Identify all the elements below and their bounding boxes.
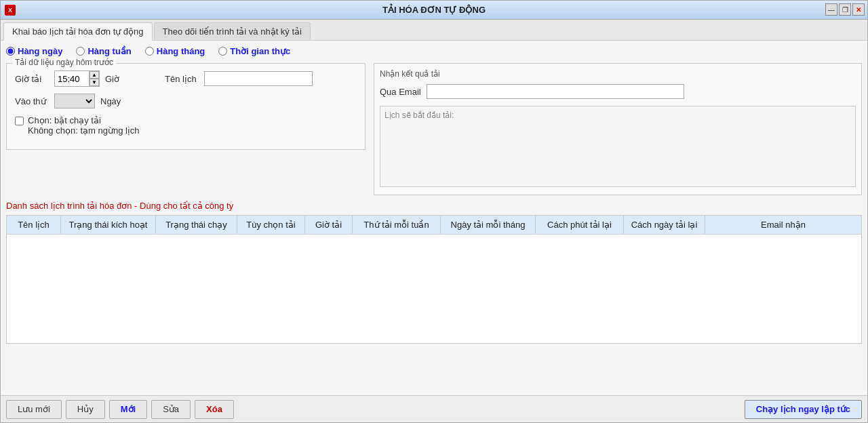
checkbox-description: Chọn: bật chạy tải Không chọn: tạm ngừng… <box>28 115 140 136</box>
email-row: Qua Email <box>380 84 856 99</box>
radio-hang-ngay[interactable]: Hàng ngày <box>6 46 62 56</box>
th-cach-ngay-tai-lai: Cách ngày tải lại <box>624 216 705 234</box>
activate-checkbox-wrap: Chọn: bật chạy tải Không chọn: tạm ngừng… <box>15 115 140 136</box>
th-cach-phut-tai-lai: Cách phút tải lại <box>536 216 624 234</box>
footer: Lưu mới Hủy Mới Sửa Xóa Chạy lịch ngay l… <box>1 395 867 422</box>
schedule-table: Tên lịch Trạng thái kích hoạt Trạng thái… <box>6 215 862 344</box>
section-title: Tải dữ liệu ngày hôm trước <box>12 58 116 67</box>
window-title: TẢI HÓA ĐƠN TỰ ĐỘNG <box>382 5 486 15</box>
vao-thu-label: Vào thứ <box>15 96 49 106</box>
gio-unit-label: Giờ <box>105 74 139 84</box>
minimize-button[interactable]: — <box>825 3 837 16</box>
th-thu-tai-moi-tuan: Thứ tải mỗi tuần <box>353 216 441 234</box>
form-layout: Tải dữ liệu ngày hôm trước Giờ tải ▲ ▼ G… <box>6 63 862 195</box>
checkbox-row: Chọn: bật chạy tải Không chọn: tạm ngừng… <box>15 115 357 136</box>
th-ten-lich: Tên lịch <box>7 216 61 234</box>
luu-moi-button[interactable]: Lưu mới <box>6 400 62 419</box>
th-gio-tai: Giờ tải <box>305 216 353 234</box>
vao-thu-select[interactable]: 2 3 4 5 6 7 <box>54 94 95 108</box>
footer-right-buttons: Chạy lịch ngay lập tức <box>745 400 862 419</box>
chay-lich-button[interactable]: Chạy lịch ngay lập tức <box>745 400 862 419</box>
th-trang-thai-kich-hoat: Trạng thái kích hoạt <box>61 216 156 234</box>
frequency-radio-group: Hàng ngày Hàng tuần Hàng tháng Thời gian… <box>6 46 862 56</box>
danh-sach-title: Danh sách lịch trình tải hóa đơn - Dùng … <box>6 201 862 211</box>
table-body <box>7 235 861 343</box>
email-input[interactable] <box>427 84 684 99</box>
right-column: Nhận kết quả tải Qua Email Lịch sẽ bắt đ… <box>374 63 862 195</box>
time-up-button[interactable]: ▲ <box>90 71 99 79</box>
result-panel-title: Nhận kết quả tải <box>380 69 856 79</box>
xoa-button[interactable]: Xóa <box>195 400 234 419</box>
ngay-label: Ngày <box>100 96 134 106</box>
activate-checkbox[interactable] <box>15 117 24 125</box>
gio-tai-row: Giờ tải ▲ ▼ Giờ Tên lịch <box>15 70 357 87</box>
moi-button[interactable]: Mới <box>109 400 147 419</box>
th-trang-thai-chay: Trạng thái chạy <box>156 216 237 234</box>
section-tai-du-lieu: Tải dữ liệu ngày hôm trước Giờ tải ▲ ▼ G… <box>6 63 366 150</box>
gio-tai-input[interactable] <box>55 71 89 86</box>
title-bar-controls: — ❐ ✕ <box>825 3 865 16</box>
th-ngay-tai-moi-thang: Ngày tải mỗi tháng <box>441 216 536 234</box>
result-panel: Nhận kết quả tải Qua Email Lịch sẽ bắt đ… <box>374 63 862 195</box>
radio-hang-tuan[interactable]: Hàng tuần <box>76 46 131 56</box>
tab-theo-doi[interactable]: Theo dõi tiến trình tải và nhật ký tải <box>154 22 311 40</box>
sua-button[interactable]: Sửa <box>151 400 191 419</box>
danh-sach-section: Danh sách lịch trình tải hóa đơn - Dùng … <box>6 201 862 344</box>
time-down-button[interactable]: ▼ <box>90 79 99 86</box>
radio-thoi-gian-thuc[interactable]: Thời gian thực <box>218 46 290 56</box>
main-content: Hàng ngày Hàng tuần Hàng tháng Thời gian… <box>1 41 867 395</box>
main-window: X TẢI HÓA ĐƠN TỰ ĐỘNG — ❐ ✕ Khai báo lịc… <box>0 0 868 423</box>
restore-button[interactable]: ❐ <box>839 3 851 16</box>
left-column: Tải dữ liệu ngày hôm trước Giờ tải ▲ ▼ G… <box>6 63 366 195</box>
ten-lich-input[interactable] <box>204 71 313 86</box>
close-button[interactable]: ✕ <box>852 3 865 16</box>
gio-tai-label: Giờ tải <box>15 74 49 84</box>
vao-thu-row: Vào thứ 2 3 4 5 6 7 Ngày <box>15 94 357 108</box>
th-tuy-chon-tai: Tùy chọn tải <box>237 216 305 234</box>
footer-left-buttons: Lưu mới Hủy Mới Sửa Xóa <box>6 400 234 419</box>
radio-hang-thang[interactable]: Hàng tháng <box>145 46 205 56</box>
window-icon: X <box>5 5 16 16</box>
huy-button[interactable]: Hủy <box>66 400 105 419</box>
tab-bar: Khai báo lịch tải hóa đơn tự động Theo d… <box>1 20 867 41</box>
qua-email-label: Qua Email <box>380 87 421 97</box>
ten-lich-label: Tên lịch <box>165 74 199 84</box>
log-textarea: Lịch sẽ bắt đầu tải: <box>380 106 856 187</box>
title-bar: X TẢI HÓA ĐƠN TỰ ĐỘNG — ❐ ✕ <box>1 1 867 20</box>
tab-khai-bao[interactable]: Khai báo lịch tải hóa đơn tự động <box>3 22 153 41</box>
th-email-nhan: Email nhận <box>705 216 861 234</box>
table-header: Tên lịch Trạng thái kích hoạt Trạng thái… <box>7 216 861 235</box>
